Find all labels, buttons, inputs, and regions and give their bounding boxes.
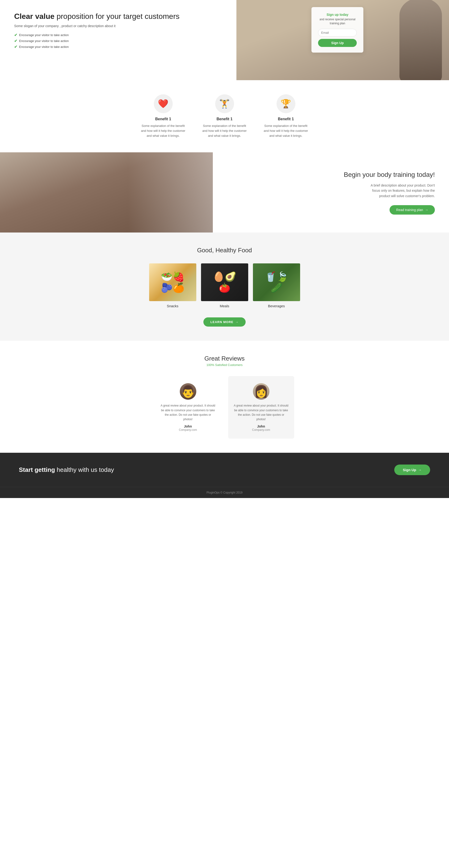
review-name-1: John (161, 425, 215, 428)
review-text-1: A great review about your product. It sh… (161, 403, 215, 422)
avatar-1 (180, 383, 196, 400)
food-item-snacks: Snacks (149, 264, 196, 308)
benefit-desc-3: Some explanation of the benefit and how … (262, 124, 309, 138)
food-grid: Snacks Meals Beverages (19, 264, 430, 308)
cta-text: Start getting healthy with us today (19, 466, 114, 474)
food-item-beverages: Beverages (253, 264, 300, 308)
reviews-section: Great Reviews 100% Satisfied Customers A… (0, 341, 449, 453)
training-person-image (0, 152, 213, 232)
reviews-subtitle: 100% Satisfied Customers (19, 363, 430, 367)
hero-checklist: ✔ Encourage your visitor to take action … (14, 33, 227, 49)
reviews-title: Great Reviews (19, 355, 430, 362)
hero-subtitle: Some slogan of your company , product or… (14, 24, 227, 29)
benefit-item-1: ❤️ Benefit 1 Some explanation of the ben… (140, 94, 187, 138)
email-field[interactable] (318, 29, 357, 36)
benefit-desc-2: Some explanation of the benefit and how … (201, 124, 248, 138)
hero-title: Clear value proposition for your target … (14, 12, 227, 21)
signup-card-subtitle: and receive special personal training pl… (318, 18, 357, 26)
checklist-item-1: ✔ Encourage your visitor to take action (14, 33, 227, 37)
benefit-item-3: 🏆 Benefit 1 Some explanation of the bene… (262, 94, 309, 138)
cta-signup-button[interactable]: Sign Up → (394, 465, 430, 475)
training-image (0, 152, 213, 232)
check-icon-2: ✔ (14, 39, 17, 43)
training-section: Begin your body training today! A brief … (0, 152, 449, 232)
review-card-2: A great review about your product. It sh… (228, 376, 294, 439)
hero-title-rest: proposition for your target customers (55, 12, 180, 21)
review-text-2: A great review about your product. It sh… (234, 403, 289, 422)
cta-arrow-icon: → (418, 468, 422, 472)
benefit-title-1: Benefit 1 (140, 117, 187, 121)
footer: PluginOps © Copyright 2019 (0, 487, 449, 498)
benefits-section: ❤️ Benefit 1 Some explanation of the ben… (0, 80, 449, 152)
hero-section: Clear value proposition for your target … (0, 0, 449, 80)
learn-arrow-icon: → (235, 320, 239, 324)
arrow-icon: → (425, 208, 428, 212)
food-item-meals: Meals (201, 264, 248, 308)
benefit-item-2: 🏋️ Benefit 1 Some explanation of the ben… (201, 94, 248, 138)
avatar-2 (253, 383, 269, 400)
benefit-title-2: Benefit 1 (201, 117, 248, 121)
review-name-2: John (234, 425, 289, 428)
reviews-grid: A great review about your product. It sh… (19, 376, 430, 439)
benefit-icon-2: 🏋️ (215, 94, 234, 113)
food-image-meals (201, 264, 248, 301)
hero-title-bold: Clear value (14, 12, 55, 21)
check-icon-1: ✔ (14, 33, 17, 37)
footer-text: PluginOps © Copyright 2019 (4, 491, 445, 494)
food-image-snacks (149, 264, 196, 301)
signup-button[interactable]: Sign Up (318, 39, 357, 47)
cta-section: Start getting healthy with us today Sign… (0, 453, 449, 487)
review-company-1: Company.com (161, 428, 215, 432)
benefit-icon-1: ❤️ (154, 94, 173, 113)
training-title: Begin your body training today! (344, 170, 435, 179)
hero-right: Sign up today and receive special person… (236, 0, 449, 80)
cta-text-bold: Start getting (19, 466, 55, 473)
benefit-desc-1: Some explanation of the benefit and how … (140, 124, 187, 138)
food-title: Good, Healthy Food (19, 247, 430, 254)
hero-left: Clear value proposition for your target … (0, 0, 236, 80)
learn-more-button[interactable]: LEARN MORE → (203, 317, 246, 327)
review-company-2: Company.com (234, 428, 289, 432)
review-card-1: A great review about your product. It sh… (155, 376, 221, 439)
checklist-item-2: ✔ Encourage your visitor to take action (14, 39, 227, 43)
food-image-beverages (253, 264, 300, 301)
checklist-item-3: ✔ Encourage your visitor to take action (14, 44, 227, 49)
cta-text-rest: healthy with us today (55, 466, 114, 473)
check-icon-3: ✔ (14, 44, 17, 49)
signup-card: Sign up today and receive special person… (311, 7, 363, 53)
food-section: Good, Healthy Food Snacks Meals Beverage… (0, 232, 449, 341)
food-label-meals: Meals (201, 304, 248, 308)
signup-card-title: Sign up today (318, 13, 357, 17)
training-content: Begin your body training today! A brief … (213, 152, 449, 232)
read-training-plan-button[interactable]: Read training plan → (390, 205, 435, 215)
benefit-icon-3: 🏆 (276, 94, 295, 113)
benefit-title-3: Benefit 1 (262, 117, 309, 121)
food-label-snacks: Snacks (149, 304, 196, 308)
training-desc: A brief description about your product. … (364, 183, 435, 198)
food-label-beverages: Beverages (253, 304, 300, 308)
